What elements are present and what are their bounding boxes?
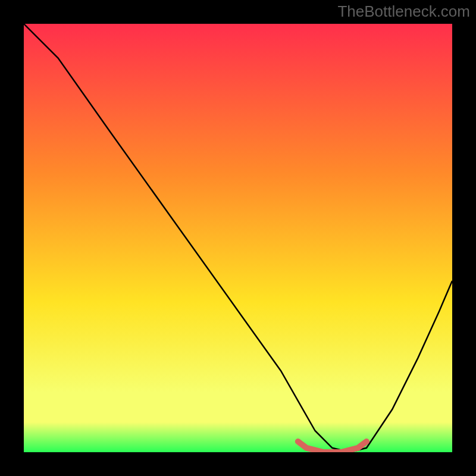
bottleneck-plot — [24, 24, 452, 452]
chart-frame: TheBottleneck.com — [0, 0, 476, 476]
watermark-text: TheBottleneck.com — [337, 2, 470, 21]
gradient-background — [24, 24, 452, 452]
plot-area — [24, 24, 452, 452]
